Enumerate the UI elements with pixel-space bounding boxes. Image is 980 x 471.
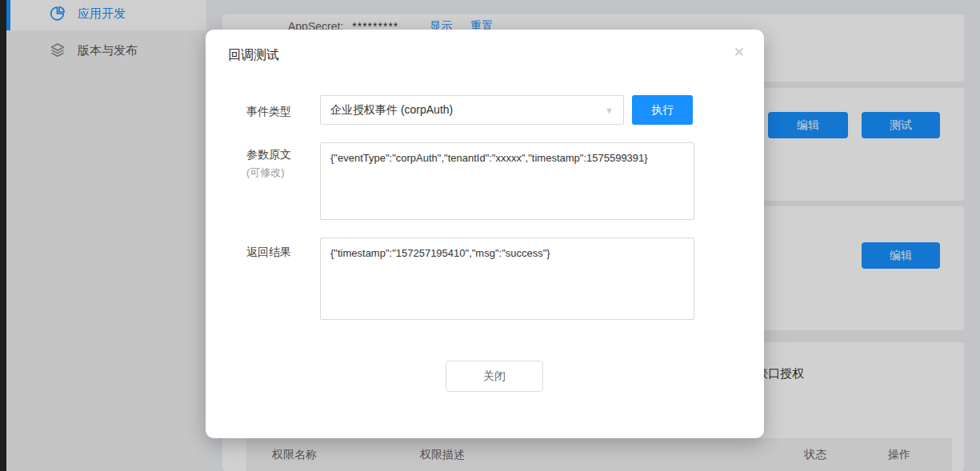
- event-type-label: 事件类型: [246, 105, 291, 119]
- event-type-select[interactable]: 企业授权事件 (corpAuth) ▼: [320, 95, 624, 125]
- dialog-title: 回调测试: [228, 47, 279, 64]
- close-icon[interactable]: ✕: [734, 46, 745, 59]
- result-textarea[interactable]: {"timestamp":"157257195410","msg":"succe…: [320, 237, 694, 320]
- params-editable-note: (可修改): [246, 166, 285, 180]
- chevron-down-icon: ▼: [605, 106, 614, 115]
- close-button[interactable]: 关闭: [446, 361, 543, 392]
- callback-test-dialog: 回调测试 ✕ 事件类型 企业授权事件 (corpAuth) ▼ 执行 参数原文 …: [206, 30, 764, 438]
- result-label: 返回结果: [246, 245, 291, 260]
- event-type-selected-value: 企业授权事件 (corpAuth): [330, 103, 453, 118]
- execute-button[interactable]: 执行: [632, 95, 693, 125]
- params-textarea[interactable]: {"eventType":"corpAuth","tenantId":"xxxx…: [320, 142, 694, 220]
- params-label: 参数原文: [246, 148, 291, 162]
